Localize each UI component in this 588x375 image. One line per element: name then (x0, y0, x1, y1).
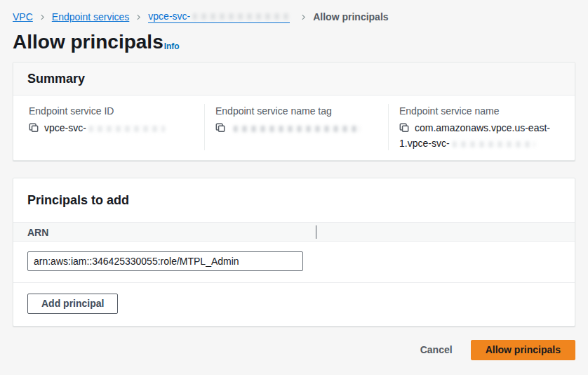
summary-field-service-name: Endpoint service name com.amazonaws.vpce… (388, 104, 580, 150)
arn-table-header: ARN (13, 222, 575, 242)
summary-card-header: Summary (13, 63, 575, 96)
page-container: VPC Endpoint services vpce-svc- Allow pr… (0, 0, 588, 360)
summary-body: Endpoint service ID vpce-svc- Endpoint s… (13, 96, 575, 160)
redacted-text (453, 141, 535, 147)
redacted-text (193, 13, 290, 20)
cancel-button[interactable]: Cancel (420, 344, 453, 355)
chevron-right-icon (300, 13, 307, 21)
info-link[interactable]: Info (164, 41, 180, 53)
breadcrumb-link-vpc[interactable]: VPC (13, 11, 33, 22)
chevron-right-icon (39, 13, 46, 21)
principals-title: Principals to add (27, 193, 561, 208)
breadcrumb-current: Allow principals (313, 11, 388, 22)
copy-icon[interactable] (29, 122, 39, 136)
field-value: com.amazonaws.vpce.us-east-1.vpce-svc- (399, 121, 569, 150)
field-label: Endpoint service ID (29, 104, 193, 118)
field-label: Endpoint service name tag (215, 104, 377, 118)
field-value-text: vpce-svc- (44, 122, 86, 133)
field-value (215, 121, 377, 136)
arn-column-header: ARN (27, 227, 48, 238)
summary-title: Summary (27, 72, 561, 86)
page-title: Allow principals (13, 32, 163, 53)
arn-input[interactable] (27, 251, 303, 271)
add-principal-button[interactable]: Add principal (27, 294, 118, 314)
footer-actions: Cancel Allow principals (13, 340, 575, 360)
redacted-text (234, 126, 361, 132)
principals-card: Principals to add ARN Add principal (13, 178, 575, 327)
breadcrumb-link-endpoint-services[interactable]: Endpoint services (52, 11, 130, 22)
breadcrumb: VPC Endpoint services vpce-svc- Allow pr… (13, 0, 575, 23)
copy-icon[interactable] (399, 122, 409, 136)
summary-field-name-tag: Endpoint service name tag (204, 104, 388, 150)
arn-input-row (13, 242, 575, 283)
column-divider[interactable] (316, 225, 316, 239)
summary-field-service-id: Endpoint service ID vpce-svc- (13, 104, 204, 150)
field-label: Endpoint service name (399, 104, 569, 118)
principals-card-header: Principals to add (13, 178, 575, 222)
allow-principals-button[interactable]: Allow principals (471, 340, 575, 360)
add-principal-row: Add principal (13, 283, 575, 326)
copy-icon[interactable] (215, 122, 225, 136)
breadcrumb-service-id-label: vpce-svc- (148, 11, 190, 22)
breadcrumb-link-service-id[interactable]: vpce-svc- (148, 11, 290, 23)
redacted-text (89, 126, 165, 132)
field-value: vpce-svc- (29, 121, 193, 136)
page-title-row: Allow principals Info (13, 32, 575, 53)
chevron-right-icon (135, 13, 142, 21)
summary-card: Summary Endpoint service ID vpce-svc- En… (13, 62, 575, 161)
